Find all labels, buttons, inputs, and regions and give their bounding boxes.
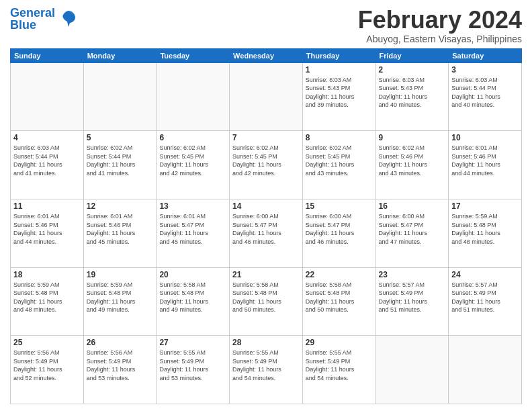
header-sunday: Sunday — [11, 48, 84, 62]
day-number: 9 — [379, 133, 446, 142]
day-number: 13 — [159, 201, 226, 211]
day-number: 11 — [13, 201, 81, 211]
day-number: 3 — [451, 65, 519, 75]
header: General Blue February 2024 Abuyog, Easte… — [10, 7, 522, 44]
calendar-cell: 4Sunrise: 6:03 AM Sunset: 5:44 PM Daylig… — [11, 131, 84, 199]
calendar-cell: 24Sunrise: 5:57 AM Sunset: 5:49 PM Dayli… — [449, 267, 522, 336]
day-info: Sunrise: 6:03 AM Sunset: 5:43 PM Dayligh… — [306, 76, 373, 109]
day-info: Sunrise: 6:02 AM Sunset: 5:45 PM Dayligh… — [159, 144, 226, 177]
page: General Blue February 2024 Abuyog, Easte… — [0, 0, 532, 411]
calendar-cell: 3Sunrise: 6:03 AM Sunset: 5:44 PM Daylig… — [449, 62, 522, 131]
calendar-week-row: 18Sunrise: 5:59 AM Sunset: 5:48 PM Dayli… — [11, 267, 522, 336]
calendar-cell: 25Sunrise: 5:56 AM Sunset: 5:49 PM Dayli… — [11, 336, 84, 404]
day-info: Sunrise: 6:01 AM Sunset: 5:47 PM Dayligh… — [159, 212, 226, 246]
day-number: 26 — [87, 338, 154, 347]
day-number: 27 — [159, 338, 226, 347]
calendar-cell: 9Sunrise: 6:02 AM Sunset: 5:46 PM Daylig… — [375, 131, 449, 199]
calendar-cell — [230, 62, 303, 131]
day-info: Sunrise: 5:56 AM Sunset: 5:49 PM Dayligh… — [13, 349, 81, 382]
day-number: 14 — [232, 201, 300, 211]
calendar-cell: 29Sunrise: 5:55 AM Sunset: 5:49 PM Dayli… — [302, 336, 375, 404]
calendar-week-row: 11Sunrise: 6:01 AM Sunset: 5:46 PM Dayli… — [11, 199, 522, 267]
day-number: 21 — [232, 270, 300, 279]
logo-general: General — [10, 6, 55, 19]
header-friday: Friday — [375, 48, 449, 62]
calendar-cell — [11, 62, 84, 131]
day-number: 15 — [306, 201, 373, 211]
day-number: 22 — [306, 270, 373, 279]
day-info: Sunrise: 6:02 AM Sunset: 5:44 PM Dayligh… — [87, 144, 154, 177]
day-number: 16 — [379, 201, 446, 211]
calendar-cell: 11Sunrise: 6:01 AM Sunset: 5:46 PM Dayli… — [11, 199, 84, 267]
calendar-cell: 23Sunrise: 5:57 AM Sunset: 5:49 PM Dayli… — [375, 267, 449, 336]
day-number: 28 — [232, 338, 300, 347]
calendar-week-row: 4Sunrise: 6:03 AM Sunset: 5:44 PM Daylig… — [11, 131, 522, 199]
day-info: Sunrise: 6:00 AM Sunset: 5:47 PM Dayligh… — [379, 212, 446, 246]
day-number: 2 — [379, 65, 446, 75]
day-number: 24 — [451, 270, 519, 279]
day-number: 20 — [159, 270, 226, 279]
calendar-cell: 15Sunrise: 6:00 AM Sunset: 5:47 PM Dayli… — [302, 199, 375, 267]
logo-icon — [59, 8, 78, 30]
day-info: Sunrise: 6:03 AM Sunset: 5:44 PM Dayligh… — [451, 76, 519, 109]
calendar-cell: 7Sunrise: 6:02 AM Sunset: 5:45 PM Daylig… — [230, 131, 303, 199]
day-number: 7 — [232, 133, 300, 142]
day-info: Sunrise: 6:01 AM Sunset: 5:46 PM Dayligh… — [87, 212, 154, 246]
calendar-cell: 16Sunrise: 6:00 AM Sunset: 5:47 PM Dayli… — [375, 199, 449, 267]
header-wednesday: Wednesday — [230, 48, 303, 62]
calendar-cell — [83, 62, 157, 131]
day-number: 6 — [159, 133, 226, 142]
calendar-cell: 26Sunrise: 5:56 AM Sunset: 5:49 PM Dayli… — [83, 336, 157, 404]
day-number: 25 — [13, 338, 81, 347]
calendar-cell: 13Sunrise: 6:01 AM Sunset: 5:47 PM Dayli… — [157, 199, 230, 267]
calendar-cell — [449, 336, 522, 404]
calendar-cell: 18Sunrise: 5:59 AM Sunset: 5:48 PM Dayli… — [11, 267, 84, 336]
calendar-cell: 12Sunrise: 6:01 AM Sunset: 5:46 PM Dayli… — [83, 199, 157, 267]
day-info: Sunrise: 5:55 AM Sunset: 5:49 PM Dayligh… — [159, 349, 226, 382]
header-monday: Monday — [83, 48, 157, 62]
calendar-cell: 21Sunrise: 5:58 AM Sunset: 5:48 PM Dayli… — [230, 267, 303, 336]
calendar-week-row: 25Sunrise: 5:56 AM Sunset: 5:49 PM Dayli… — [11, 336, 522, 404]
header-tuesday: Tuesday — [157, 48, 230, 62]
day-info: Sunrise: 6:03 AM Sunset: 5:43 PM Dayligh… — [379, 76, 446, 109]
day-info: Sunrise: 5:56 AM Sunset: 5:49 PM Dayligh… — [87, 349, 154, 382]
day-number: 1 — [306, 65, 373, 75]
day-info: Sunrise: 5:59 AM Sunset: 5:48 PM Dayligh… — [13, 281, 81, 314]
day-number: 10 — [451, 133, 519, 142]
calendar-cell: 2Sunrise: 6:03 AM Sunset: 5:43 PM Daylig… — [375, 62, 449, 131]
day-info: Sunrise: 5:58 AM Sunset: 5:48 PM Dayligh… — [232, 281, 300, 314]
day-info: Sunrise: 5:59 AM Sunset: 5:48 PM Dayligh… — [451, 212, 519, 246]
day-info: Sunrise: 5:55 AM Sunset: 5:49 PM Dayligh… — [306, 349, 373, 382]
calendar-cell: 19Sunrise: 5:59 AM Sunset: 5:48 PM Dayli… — [83, 267, 157, 336]
day-info: Sunrise: 6:00 AM Sunset: 5:47 PM Dayligh… — [306, 212, 373, 246]
day-info: Sunrise: 6:01 AM Sunset: 5:46 PM Dayligh… — [13, 212, 81, 246]
day-info: Sunrise: 5:57 AM Sunset: 5:49 PM Dayligh… — [451, 281, 519, 314]
calendar-cell: 22Sunrise: 5:58 AM Sunset: 5:48 PM Dayli… — [302, 267, 375, 336]
day-info: Sunrise: 6:01 AM Sunset: 5:46 PM Dayligh… — [451, 144, 519, 177]
calendar-cell: 10Sunrise: 6:01 AM Sunset: 5:46 PM Dayli… — [449, 131, 522, 199]
day-number: 18 — [13, 270, 81, 279]
calendar-cell: 8Sunrise: 6:02 AM Sunset: 5:45 PM Daylig… — [302, 131, 375, 199]
day-number: 23 — [379, 270, 446, 279]
calendar-table: Sunday Monday Tuesday Wednesday Thursday… — [10, 48, 522, 404]
calendar-cell: 1Sunrise: 6:03 AM Sunset: 5:43 PM Daylig… — [302, 62, 375, 131]
day-number: 8 — [306, 133, 373, 142]
day-number: 5 — [87, 133, 154, 142]
calendar-cell: 6Sunrise: 6:02 AM Sunset: 5:45 PM Daylig… — [157, 131, 230, 199]
logo-blue: Blue — [10, 19, 55, 31]
day-info: Sunrise: 6:02 AM Sunset: 5:45 PM Dayligh… — [306, 144, 373, 177]
day-number: 12 — [87, 201, 154, 211]
calendar-cell — [157, 62, 230, 131]
day-info: Sunrise: 5:58 AM Sunset: 5:48 PM Dayligh… — [306, 281, 373, 314]
day-info: Sunrise: 5:57 AM Sunset: 5:49 PM Dayligh… — [379, 281, 446, 314]
day-info: Sunrise: 6:03 AM Sunset: 5:44 PM Dayligh… — [13, 144, 81, 177]
header-thursday: Thursday — [302, 48, 375, 62]
month-title: February 2024 — [358, 7, 522, 34]
calendar-cell: 14Sunrise: 6:00 AM Sunset: 5:47 PM Dayli… — [230, 199, 303, 267]
calendar-cell: 27Sunrise: 5:55 AM Sunset: 5:49 PM Dayli… — [157, 336, 230, 404]
logo: General Blue — [10, 7, 78, 31]
day-info: Sunrise: 6:02 AM Sunset: 5:46 PM Dayligh… — [379, 144, 446, 177]
title-section: February 2024 Abuyog, Eastern Visayas, P… — [358, 7, 522, 44]
calendar-header-row: Sunday Monday Tuesday Wednesday Thursday… — [11, 48, 522, 62]
day-number: 19 — [87, 270, 154, 279]
